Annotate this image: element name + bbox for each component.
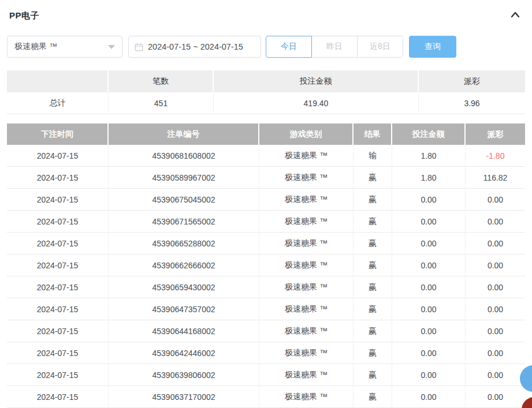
cell-bet-time: 2024-07-15 [7,211,109,233]
cell-bet-time: 2024-07-15 [7,298,109,320]
cell-payout: 0.00 [466,233,525,254]
table-row: 2024-07-1545390647357002极速糖果 ™赢0.000.00 [7,298,525,320]
table-row: 2024-07-1545390639806002极速糖果 ™赢0.000.00 [7,364,525,386]
cell-bet-id: 45390644168002 [109,320,259,342]
cell-bet-amount: 0.00 [392,189,466,211]
cell-result: 赢 [354,364,392,386]
cell-bet-amount: 0.00 [392,386,466,408]
header-game-category: 游戏类别 [259,123,354,145]
date-range-value: 2024-07-15 ~ 2024-07-15 [148,42,243,51]
panel-header: PP电子 [0,0,532,22]
cell-payout: 0.00 [466,211,525,233]
summary-header-bet-amount: 投注金额 [214,70,419,92]
chevron-up-icon [510,10,520,21]
cell-payout: 0.00 [466,342,525,364]
cell-result: 赢 [354,233,392,254]
cell-payout: 0.00 [466,298,525,320]
cell-result: 赢 [354,342,392,364]
yesterday-button[interactable]: 昨日 [311,36,358,58]
cell-bet-time: 2024-07-15 [7,189,109,211]
cell-bet-amount: 1.80 [392,145,466,167]
cell-game: 极速糖果 ™ [259,145,354,167]
today-button[interactable]: 今日 [266,36,312,58]
cell-result: 赢 [354,386,392,408]
collapse-button[interactable] [510,10,520,21]
cell-bet-amount: 0.00 [392,298,466,320]
cell-game: 极速糖果 ™ [259,342,354,364]
quick-range-group: 今日 昨日 近8日 [266,36,403,58]
cell-result: 赢 [354,254,392,276]
cell-bet-amount: 0.00 [392,364,466,386]
cell-payout: 0.00 [466,254,525,276]
cell-bet-id: 45390681608002 [109,145,259,167]
cell-game: 极速糖果 ™ [259,364,354,386]
cell-result: 赢 [354,167,392,189]
total-bet-amount: 419.40 [214,92,419,114]
date-range-input[interactable]: 2024-07-15 ~ 2024-07-15 [128,36,261,58]
table-row: 2024-07-1545390637170002极速糖果 ™赢0.000.00 [7,386,525,408]
chevron-down-icon [108,45,115,49]
header-result: 结果 [354,123,392,145]
cell-game: 极速糖果 ™ [259,233,354,254]
cell-payout: 0.00 [466,189,525,211]
summary-header-count: 笔数 [109,70,214,92]
cell-game: 极速糖果 ™ [259,276,354,298]
cell-bet-time: 2024-07-15 [7,167,109,189]
cell-payout: 0.00 [466,276,525,298]
table-row: 2024-07-1545390642446002极速糖果 ™赢0.000.00 [7,342,525,364]
game-select-value: 极速糖果 ™ [14,42,57,52]
cell-game: 极速糖果 ™ [259,254,354,276]
header-payout: 派彩 [466,123,525,145]
cell-bet-time: 2024-07-15 [7,320,109,342]
cell-payout: 0.00 [466,386,525,408]
table-row: 2024-07-1545390659430002极速糖果 ™赢0.000.00 [7,276,525,298]
cell-bet-id: 45390659430002 [109,276,259,298]
cell-game: 极速糖果 ™ [259,189,354,211]
search-button[interactable]: 查询 [409,36,456,58]
cell-bet-amount: 0.00 [392,211,466,233]
cell-bet-id: 45390642446002 [109,342,259,364]
summary-table: 笔数 投注金额 派彩 总计 451 419.40 3.96 [7,70,525,114]
cell-bet-id: 45390671565002 [109,211,259,233]
cell-game: 极速糖果 ™ [259,298,354,320]
page-title: PP电子 [9,10,39,21]
header-bet-time: 下注时间 [7,123,109,145]
cell-bet-time: 2024-07-15 [7,254,109,276]
header-bet-id: 注单编号 [109,123,259,145]
cell-result: 赢 [354,189,392,211]
cell-payout: 0.00 [466,364,525,386]
last-8-days-button[interactable]: 近8日 [357,36,403,58]
cell-bet-id: 45390675045002 [109,189,259,211]
cell-result: 赢 [354,211,392,233]
table-row: 2024-07-1545390665288002极速糖果 ™赢0.000.00 [7,233,525,254]
summary-header-row: 笔数 投注金额 派彩 [7,70,525,92]
cell-bet-amount: 1.80 [392,167,466,189]
cell-bet-time: 2024-07-15 [7,145,109,167]
detail-header-row: 下注时间 注单编号 游戏类别 结果 投注金额 派彩 [7,123,525,145]
cell-game: 极速糖果 ™ [259,386,354,408]
detail-table: 下注时间 注单编号 游戏类别 结果 投注金额 派彩 2024-07-154539… [7,123,525,408]
cell-bet-id: 45390589967002 [109,167,259,189]
table-row: 2024-07-1545390644168002极速糖果 ™赢0.000.00 [7,320,525,342]
table-row: 2024-07-1545390662666002极速糖果 ™赢0.000.00 [7,254,525,276]
filter-row: 极速糖果 ™ 2024-07-15 ~ 2024-07-15 今日 昨日 近8日… [7,36,525,58]
cell-payout: -1.80 [466,145,525,167]
cell-bet-time: 2024-07-15 [7,276,109,298]
summary-total-row: 总计 451 419.40 3.96 [7,92,525,114]
table-row: 2024-07-1545390589967002极速糖果 ™赢1.80116.8… [7,167,525,189]
cell-game: 极速糖果 ™ [259,320,354,342]
cell-result: 赢 [354,276,392,298]
cell-payout: 116.82 [466,167,525,189]
total-payout: 3.96 [419,92,525,114]
game-select[interactable]: 极速糖果 ™ [7,36,122,58]
cell-bet-amount: 0.00 [392,276,466,298]
summary-header-payout: 派彩 [419,70,525,92]
cell-bet-id: 45390637170002 [109,386,259,408]
summary-header-empty [7,70,109,92]
table-row: 2024-07-1545390671565002极速糖果 ™赢0.000.00 [7,211,525,233]
cell-bet-id: 45390639806002 [109,364,259,386]
cell-bet-amount: 0.00 [392,233,466,254]
cell-bet-id: 45390665288002 [109,233,259,254]
cell-bet-time: 2024-07-15 [7,364,109,386]
cell-result: 赢 [354,298,392,320]
